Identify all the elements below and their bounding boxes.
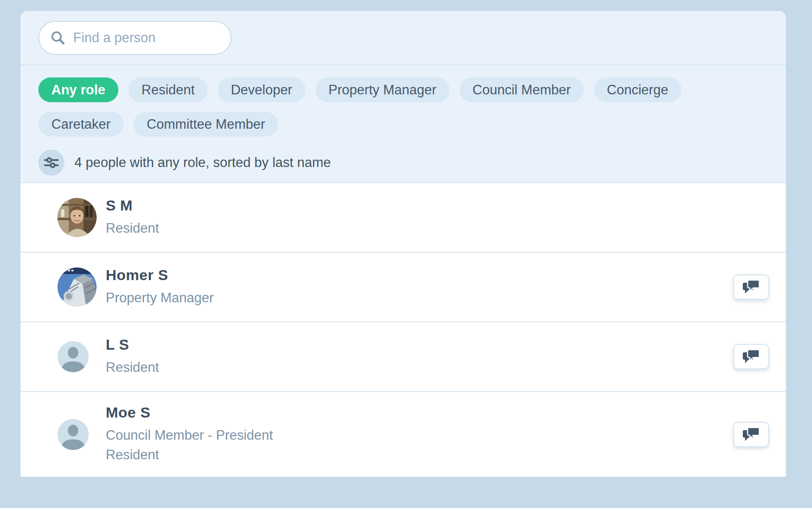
person-silhouette-avatar [57,419,89,450]
role-pill-any-role[interactable]: Any role [38,77,118,102]
person-name: Moe S [106,404,733,421]
person-role: Resident [106,445,733,465]
avatar [57,198,106,237]
person-name: S M [106,197,769,214]
role-filter-pills: Any roleResidentDeveloperProperty Manage… [20,65,786,137]
filter-panel: Any roleResidentDeveloperProperty Manage… [20,11,786,182]
people-directory: Any roleResidentDeveloperProperty Manage… [20,11,786,477]
search-box[interactable] [38,21,232,55]
person-photo-avatar [57,198,97,237]
search-input[interactable] [72,30,213,46]
person-info: Moe SCouncil Member - PresidentResident [106,404,733,465]
role-pill-caretaker[interactable]: Caretaker [38,112,124,137]
building-photo-avatar [57,267,97,307]
filter-summary-row: 4 people with any role, sorted by last n… [38,150,786,182]
person-name: L S [106,336,733,353]
person-info: L SResident [106,336,733,377]
person-role: Resident [106,358,733,377]
role-pill-property-manager[interactable]: Property Manager [315,77,450,102]
chat-bubbles-icon [742,427,760,442]
chat-bubbles-icon [742,349,760,364]
people-list: S MResident Homer SProperty Manager [20,182,786,477]
role-pill-council-member[interactable]: Council Member [460,77,584,102]
avatar [57,419,106,450]
person-row[interactable]: Moe SCouncil Member - PresidentResident [20,391,786,477]
search-icon [50,30,65,45]
person-row[interactable]: S MResident [20,182,786,252]
avatar [57,341,106,372]
search-section [20,11,786,65]
chat-bubbles-icon [742,280,760,294]
person-row[interactable]: L SResident [20,321,786,391]
role-pill-committee-member[interactable]: Committee Member [134,112,278,137]
chat-button[interactable] [733,344,769,369]
filter-summary-text: 4 people with any role, sorted by last n… [74,155,331,170]
person-role: Property Manager [106,288,733,307]
chat-button[interactable] [733,422,769,447]
avatar [57,267,106,307]
person-info: S MResident [106,197,769,238]
person-info: Homer SProperty Manager [106,267,733,307]
person-row[interactable]: Homer SProperty Manager [20,252,786,321]
role-pill-resident[interactable]: Resident [128,77,208,102]
person-role: Council Member - President [106,425,733,445]
chat-button[interactable] [733,274,769,300]
role-pill-developer[interactable]: Developer [218,77,305,102]
person-role: Resident [106,218,769,238]
person-name: Homer S [106,267,733,284]
person-silhouette-avatar [57,341,89,372]
role-pill-concierge[interactable]: Concierge [594,77,681,102]
filter-sliders-icon[interactable] [38,150,64,176]
